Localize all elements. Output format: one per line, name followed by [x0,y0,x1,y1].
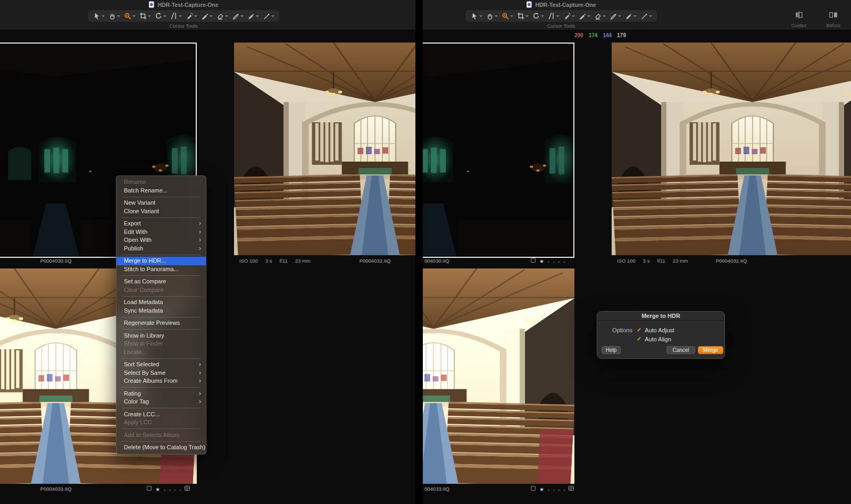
rating-dot[interactable] [548,256,549,265]
menu-item-create-lcc[interactable]: Create LCC... [116,410,206,419]
guides-button[interactable]: Guides [783,11,815,28]
chevron-down-icon [148,15,151,17]
menu-item-rating[interactable]: Rating [116,390,206,398]
screenshot-root: { "window": { "title": "HDR-Test-Capture… [0,0,851,504]
select-checkbox[interactable] [531,258,536,263]
menu-item-create-albums-from[interactable]: Create Albums From [116,377,206,385]
menu-item-color-tag[interactable]: Color Tag [116,398,206,406]
menu-item-open-with[interactable]: Open With [116,236,206,245]
thumbnail-normal-exposure[interactable] [612,43,851,255]
heal-tool-button[interactable] [579,12,590,20]
rating-dot[interactable] [164,484,165,493]
before-after-button[interactable]: Before [817,11,849,28]
menu-separator [122,197,201,197]
rating-dot[interactable] [174,484,176,493]
star-rating-icon[interactable] [155,484,160,493]
rating-dot[interactable] [563,256,565,265]
cursor-toolbar [88,10,279,22]
erase-tool-button[interactable] [594,12,606,20]
menu-item-delete[interactable]: Delete (Move to Catalog Trash) [116,443,206,452]
star-rating-icon[interactable] [539,484,544,493]
auto-adjust-option[interactable]: Auto Adjust [637,326,674,333]
spot-removal-tool-button[interactable] [563,12,575,20]
thumbnail-normal-exposure[interactable] [234,43,415,255]
menu-item-edit-with[interactable]: Edit With [116,228,206,237]
zoom-tool-button[interactable] [124,12,136,20]
rating-dot[interactable] [553,484,555,493]
cursor-toolbar [465,10,657,22]
rating-dot[interactable] [558,484,560,493]
menu-item-set-as-compare[interactable]: Set as Compare [116,278,206,286]
thin-pen-icon [263,12,270,20]
thumbnail-bright-exposure[interactable] [423,268,574,484]
rating-dot[interactable] [548,484,549,493]
heal-brush-icon [579,12,586,20]
select-checkbox[interactable] [147,486,152,491]
heal-tool-button[interactable] [201,12,213,20]
menu-item-batch-rename[interactable]: Batch Rename... [116,187,206,195]
help-button[interactable]: Help [602,346,621,354]
menu-item-stitch-to-panorama[interactable]: Stitch to Panorama... [116,265,206,274]
rating-dot[interactable] [179,484,181,493]
menu-item-new-variant[interactable]: New Variant [116,199,206,207]
menu-item-export[interactable]: Export [116,220,206,228]
crop-tool-button[interactable] [517,12,529,20]
refine-edge-tool-button[interactable] [263,12,274,20]
erase-tool-button[interactable] [216,12,228,20]
checkmark-icon [637,326,641,333]
rotate-tool-button[interactable] [532,12,544,20]
window-right: HDR-Test-Capture-One Cursor Tools Guides… [423,0,851,504]
magic-brush-tool-button[interactable] [625,12,637,20]
select-tool-button[interactable] [471,12,482,20]
red-value: 200 [574,32,583,38]
thumbnail-dark-exposure[interactable] [423,43,574,258]
select-icon [93,12,101,20]
menu-item-merge-to-hdr[interactable]: Merge to HDR... [116,257,206,265]
rotate-tool-button[interactable] [155,12,166,20]
menu-item-sync-metadata[interactable]: Sync Metadata [116,307,206,315]
before-after-label: Before [827,23,841,28]
hand-icon [486,12,494,20]
menu-item-sort-selected[interactable]: Sort Selected [116,360,206,369]
merge-button[interactable]: Merge [698,346,723,354]
menu-item-regenerate-previews[interactable]: Regenerate Previews [116,319,206,327]
menu-item-load-metadata[interactable]: Load Metadata [116,298,206,307]
zoom-tool-button[interactable] [502,12,513,20]
rating-dot[interactable] [558,256,560,265]
pan-tool-button[interactable] [109,12,120,20]
filename-label: 004030.IIQ [424,257,449,264]
cancel-button[interactable]: Cancel [666,346,695,354]
chevron-down-icon [618,15,621,17]
rating-dot[interactable] [553,256,555,265]
magic-brush-tool-button[interactable] [247,12,259,20]
refine-edge-tool-button[interactable] [640,12,652,20]
cursor-tools-label: Cursor Tools [465,23,657,29]
menu-item-select-by-same[interactable]: Select By Same [116,369,206,377]
window-title-bar: HDR-Test-Capture-One [465,1,657,8]
variants-icon[interactable] [185,486,190,491]
chevron-down-icon [587,15,590,17]
rating-dot[interactable] [563,484,565,493]
select-tool-button[interactable] [93,12,105,20]
menu-item-clone-variant[interactable]: Clone Variant [116,207,206,216]
draw-mask-tool-button[interactable] [610,12,621,20]
chevron-down-icon [210,15,213,17]
window-left: HDR-Test-Capture-One Cursor Tools P00040… [0,0,415,504]
select-checkbox[interactable] [531,486,536,491]
menu-item-publish[interactable]: Publish [116,245,206,253]
straighten-tool-button[interactable] [170,12,182,20]
draw-mask-tool-button[interactable] [232,12,244,20]
menu-separator [122,358,201,359]
pan-tool-button[interactable] [486,12,498,20]
star-rating-icon[interactable] [539,256,544,265]
before-after-icon [829,11,838,21]
hand-icon [109,12,116,20]
straighten-tool-button[interactable] [548,12,560,20]
rating-controls [147,485,190,492]
auto-align-option[interactable]: Auto Align [637,335,671,342]
rating-dot[interactable] [169,484,171,493]
spot-removal-tool-button[interactable] [186,12,197,20]
variants-icon[interactable] [569,486,574,491]
crop-tool-button[interactable] [139,12,151,20]
menu-item-show-in-library[interactable]: Show in Library [116,332,206,340]
